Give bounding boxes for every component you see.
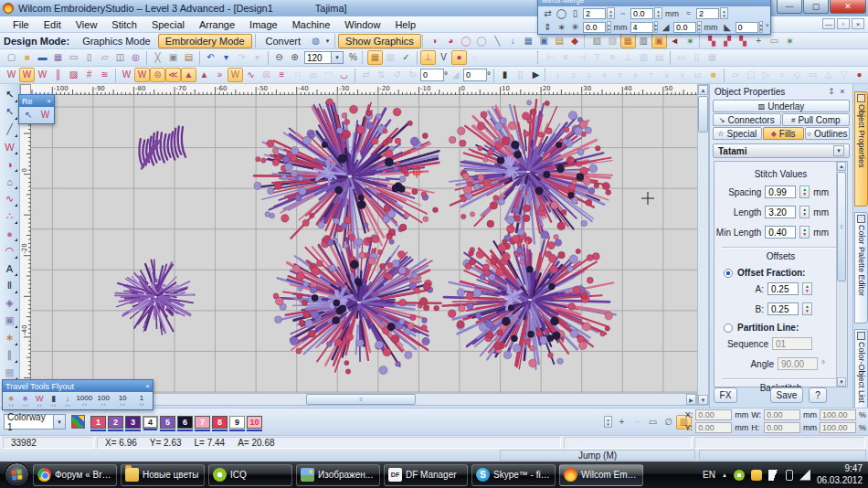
ellipse-tool[interactable]: ● — [1, 225, 18, 242]
reshape-node-square-icon[interactable]: ▢ — [743, 68, 758, 82]
pin-tool-icon[interactable]: ↓ — [505, 34, 521, 48]
program-split-icon[interactable]: # — [81, 68, 97, 82]
spiral-fill-icon[interactable]: W — [228, 68, 243, 82]
delete-colorway-icon[interactable]: − — [630, 415, 645, 430]
undo-drop-icon[interactable]: ▾ — [218, 50, 234, 65]
side-tab-color-palette-editor[interactable]: Color Palette Editor — [854, 212, 868, 324]
black-white-view-icon[interactable]: ▮ — [497, 68, 513, 82]
feather-edge-icon[interactable]: ▲ — [196, 68, 212, 82]
scroll-right-icon[interactable]: ▶ — [686, 394, 696, 405]
spacing-spinner[interactable]: ▲▼ — [799, 186, 810, 198]
scroll-up-icon[interactable]: ▲ — [698, 85, 708, 95]
mirror-wreath-icon[interactable]: ◯ — [555, 7, 568, 19]
travel-by-object-icon[interactable]: ∗‹ › — [5, 393, 17, 408]
align-middle-icon[interactable]: ≡ — [605, 50, 620, 65]
reshape-tool[interactable]: ↖ — [1, 103, 18, 121]
offset-fraction-radio[interactable] — [724, 269, 733, 278]
export-icon[interactable]: ▱ — [97, 50, 112, 65]
color-chip-3[interactable]: 3 — [125, 416, 141, 429]
icq-tray-icon[interactable] — [734, 470, 745, 481]
mm-angle-input[interactable] — [736, 22, 758, 33]
color-film-icon[interactable]: ● — [451, 50, 467, 65]
tray-expand-icon[interactable]: ▲ — [722, 472, 727, 478]
effects-button[interactable]: FX — [714, 387, 737, 403]
hoop-globe-drop-icon[interactable]: ▾ — [323, 34, 332, 48]
travel-step-10-button[interactable]: 10‹ › — [113, 393, 132, 408]
options-icon[interactable]: ✓ — [398, 50, 414, 65]
minimize-button[interactable]: — — [777, 0, 802, 14]
show-connectors-icon[interactable]: V — [436, 50, 451, 65]
mm-columns-input[interactable] — [583, 8, 606, 19]
properties-scrollbar[interactable]: ▲ ≡ ▼ — [836, 162, 847, 387]
color-object-list-icon[interactable]: ∗ — [782, 34, 798, 48]
mm-rows-input[interactable] — [696, 8, 719, 19]
align-bottom-icon[interactable]: ⊥ — [620, 50, 636, 65]
align-center-icon[interactable]: ≡ — [558, 50, 574, 65]
node-digitize-tool[interactable]: ∴ — [1, 207, 18, 225]
task-icq[interactable]: ICQ — [208, 464, 292, 486]
outline-object-icon[interactable]: ◯ — [474, 34, 490, 48]
mirror-merge-title[interactable]: Mirror-Merge — [538, 0, 770, 6]
travel-step-1000-button[interactable]: 1000‹ › — [75, 393, 93, 408]
doc-close-button[interactable]: × — [852, 18, 864, 29]
show-grid-small-icon[interactable]: ▦ — [521, 34, 536, 48]
side-tab-object-properties[interactable]: Object Properties — [854, 91, 868, 207]
reshape-flyout-titlebar[interactable]: Re × — [19, 95, 54, 107]
copy-icon[interactable]: ▣ — [165, 50, 181, 65]
show-hoop-icon[interactable]: ▣ — [651, 34, 667, 48]
insert-design-icon[interactable]: ▦ — [50, 50, 66, 65]
reshape-node-diamond-icon[interactable]: ◇ — [789, 68, 805, 82]
vertical-scrollbar[interactable]: ▲ ▼ — [697, 84, 709, 406]
offset-b-input[interactable] — [767, 302, 799, 315]
show-graphics-button[interactable]: Show Graphics — [338, 34, 421, 48]
space-evenly-v-icon[interactable]: ▤ — [651, 50, 667, 65]
motif-fill-icon[interactable]: ▨ — [66, 68, 81, 82]
zoom-percent-icon[interactable]: % — [345, 50, 361, 65]
ribbon-icon[interactable]: ◠ — [321, 68, 336, 82]
reshape-flyout-close-icon[interactable]: × — [47, 97, 51, 105]
min-length-spinner[interactable]: ▲▼ — [799, 226, 810, 239]
color-chip-1[interactable]: 1 — [90, 416, 106, 429]
flexi-split-icon[interactable]: ≪ — [165, 68, 181, 82]
open-object-icon[interactable]: ◯ — [459, 34, 474, 48]
show-stamps-icon[interactable]: ▥ — [636, 34, 651, 48]
branching-icon[interactable]: ∗ — [683, 34, 698, 48]
offset-a-input[interactable] — [767, 282, 799, 295]
start-button[interactable] — [5, 462, 29, 487]
tab-connectors[interactable]: ↘ Connectors — [713, 113, 781, 126]
print-icon[interactable]: ▭ — [66, 50, 81, 65]
background-color-icon[interactable]: ∅ — [661, 415, 676, 430]
redo-icon[interactable]: ↷ — [234, 50, 249, 65]
color-index-spinner[interactable]: ▴▾ — [604, 416, 612, 428]
stamp-9-icon[interactable]: 9 — [674, 68, 690, 82]
menu-stitch[interactable]: Stitch — [104, 18, 144, 31]
show-grid-icon[interactable]: ▦ — [620, 34, 636, 48]
doc-restore-button[interactable]: ▫ — [837, 18, 850, 29]
thread-chart-icon[interactable]: ▶ — [528, 68, 544, 82]
offset-a-spinner[interactable]: ▲▼ — [802, 282, 812, 295]
space-evenly-h-icon[interactable]: ▥ — [636, 50, 651, 65]
reshape-node-down-icon[interactable]: ▽ — [836, 68, 852, 82]
embroidery-mode-button[interactable]: Embroidery Mode — [158, 34, 252, 48]
color-chip-10[interactable]: 10 — [247, 416, 262, 429]
menu-window[interactable]: Window — [337, 18, 387, 31]
horizontal-scroll-thumb[interactable]: ≡ — [306, 394, 416, 405]
menu-help[interactable]: Help — [387, 18, 423, 31]
tab-outlines[interactable]: ○ Outlines — [805, 127, 850, 140]
mm-radius-input[interactable] — [673, 22, 696, 33]
partition-line-radio[interactable] — [724, 324, 733, 333]
task-skype[interactable]: SSkype™ - fiaL.. — [471, 464, 556, 486]
task-folder[interactable]: Новые цветы — [121, 464, 205, 486]
travel-by-function-icon[interactable]: W‹ › — [33, 393, 46, 408]
travel-by-segment-icon[interactable]: ▮‹ › — [47, 393, 59, 408]
prop-scroll-thumb[interactable]: ≡ — [837, 172, 846, 281]
menu-machine[interactable]: Machine — [285, 18, 338, 31]
reshape-node-circle-icon[interactable]: ○ — [774, 68, 789, 82]
pan-view-icon[interactable]: + — [751, 34, 767, 48]
offset-outline-tool[interactable]: ▣ — [1, 312, 18, 329]
reshape-object-icon[interactable]: ↖ — [21, 108, 37, 122]
travel-by-color-icon[interactable]: ∗‹ › — [18, 393, 31, 408]
align-top-icon[interactable]: ⊤ — [589, 50, 605, 65]
mm-col-spacing-spinner[interactable]: ▴▾ — [654, 7, 662, 19]
open-icon[interactable]: ■ — [19, 50, 35, 65]
